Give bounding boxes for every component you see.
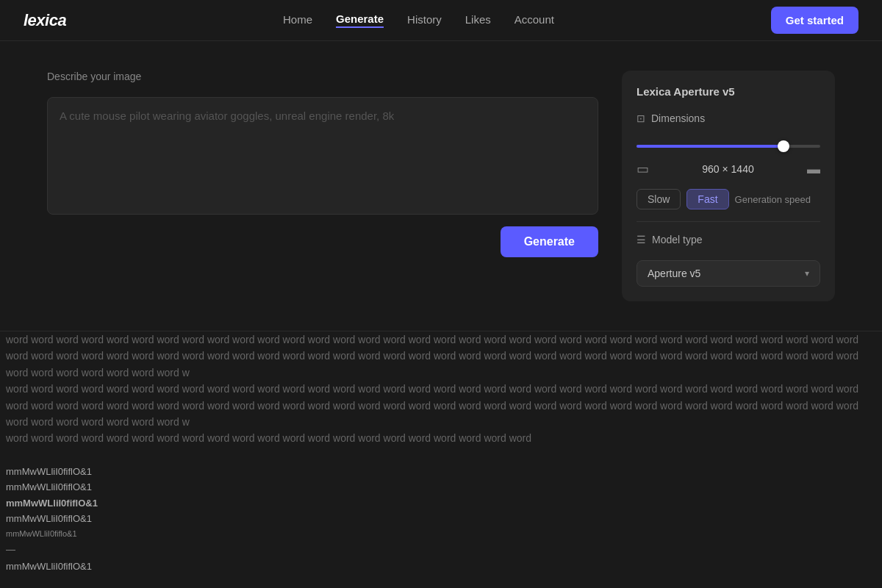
model-dropdown[interactable]: Aperture v5 ▾ [637,260,820,287]
dimensions-value-row: ▭ 960 × 1440 ▬ [637,161,820,177]
model-dropdown-value: Aperture v5 [648,268,700,279]
generate-button-wrapper: Generate [47,226,598,257]
font-test-small: mmMwWLliI0fiflo&1 [6,528,876,540]
get-started-button[interactable]: Get started [771,7,858,34]
dimension-value: 960 × 1440 [702,163,753,175]
font-test-4: mmMwWLliI0fiflO&1 [6,512,876,526]
generation-speed-label: Generation speed [735,194,811,205]
nav-item-generate[interactable]: Generate [336,12,384,28]
model-type-label: Model type [652,234,702,245]
dimensions-header: ⊡ Dimensions [637,112,820,124]
speed-section: Slow Fast Generation speed [637,189,820,209]
font-test-section: mmMwWLliI0fiflO&1 mmMwWLliI0fiflO&1 mmMw… [0,465,882,574]
dimensions-section: ⊡ Dimensions ▭ 960 × 1440 ▬ [637,112,820,177]
fast-speed-button[interactable]: Fast [686,189,728,209]
dimensions-slider-track[interactable] [637,145,820,148]
nav-item-likes[interactable]: Likes [465,13,491,27]
nav-item-account[interactable]: Account [514,13,554,27]
font-test-1: mmMwWLliI0fiflO&1 [6,465,876,479]
word-text-line1: word word word word word word word word … [6,331,876,381]
bottom-content: word word word word word word word word … [0,331,882,574]
chevron-down-icon: ▾ [805,268,809,279]
font-test-last: mmMwWLliI0fiflO&1 [6,559,876,574]
dimensions-icon: ⊡ [637,112,645,124]
font-test-2: mmMwWLliI0fiflO&1 [6,480,876,495]
main-content: Describe your image Generate Lexica Aper… [0,41,882,331]
font-test-3: mmMwWLliI0fiflO&1 [6,496,876,511]
model-type-header: ☰ Model type [637,234,820,245]
model-type-section: ☰ Model type Aperture v5 ▾ [637,234,820,287]
settings-panel: Lexica Aperture v5 ⊡ Dimensions ▭ 960 × … [622,71,835,301]
panel-title: Lexica Aperture v5 [637,85,820,98]
model-type-icon: ☰ [637,234,646,245]
nav-links: Home Generate History Likes Account [283,12,554,28]
slow-speed-button[interactable]: Slow [637,189,681,209]
word-text-line3: word word word word word word word word … [6,430,876,446]
dim-small-icon: ▭ [637,161,649,177]
dimensions-label: Dimensions [651,112,705,124]
navbar: lexica Home Generate History Likes Accou… [0,0,882,41]
generate-button[interactable]: Generate [501,226,598,257]
font-test-dash: — [6,544,876,555]
nav-item-home[interactable]: Home [283,13,312,27]
word-text-line2: word word word word word word word word … [6,381,876,430]
slider-fill [637,145,784,148]
app-logo: lexica [24,11,66,30]
left-panel: Describe your image Generate [47,71,598,257]
section-divider [637,221,820,222]
speed-toggle-row: Slow Fast Generation speed [637,189,820,209]
slider-thumb [778,140,789,152]
prompt-textarea[interactable] [47,97,598,215]
dim-large-icon: ▬ [807,162,820,177]
nav-item-history[interactable]: History [407,13,442,27]
describe-label: Describe your image [47,71,598,82]
